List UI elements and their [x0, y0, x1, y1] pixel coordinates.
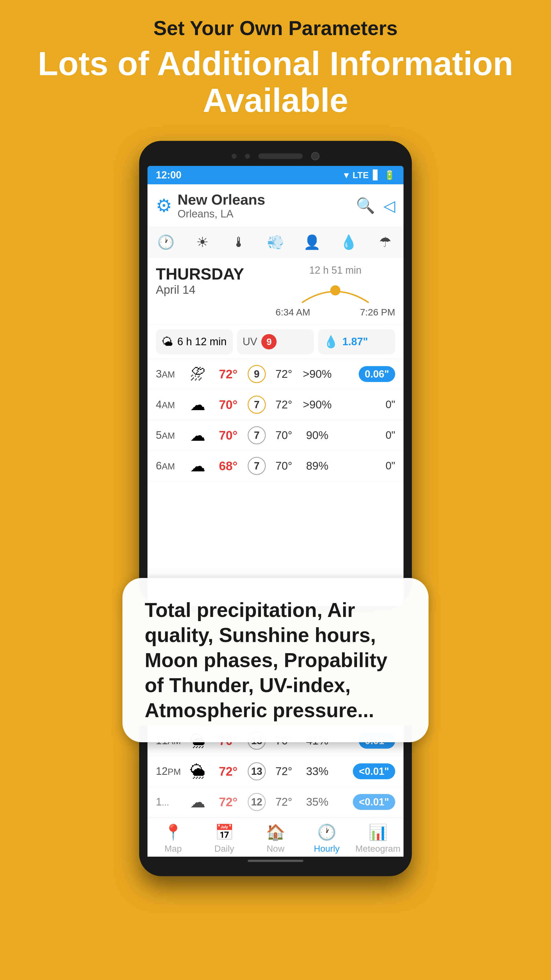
nav-item-hourly[interactable]: 🕐 Hourly [301, 823, 352, 854]
table-row: 5AM ☁ 70° 7 70° 90% 0" [148, 420, 403, 451]
table-row: 6AM ☁ 68° 7 70° 89% 0" [148, 451, 403, 481]
lower-phone: 11AM 🌦 70° 13 70° 41% 0.01" 12PM 🌦 72° 1… [139, 725, 412, 876]
header-section: Set Your Own Parameters Lots of Addition… [0, 0, 551, 130]
tab-clock[interactable]: 🕐 [148, 231, 184, 253]
status-icons: ▾ LTE ▋ 🔋 [344, 170, 395, 180]
sun-arc-section: 12 h 51 min 6:34 AM 7:26 PM [275, 264, 395, 318]
dew-12pm: 72° [272, 765, 296, 778]
phone-bottom-bar [148, 857, 403, 865]
icon-tabs: 🕐 ☀ 🌡 💨 👤 💧 ☂ [148, 227, 403, 258]
weather-icon-5am: ☁ [186, 426, 209, 444]
home-indicator [248, 860, 303, 862]
header-title: Lots of Additional Information Available [28, 45, 523, 119]
dew-1pm: 72° [272, 796, 296, 808]
uv-label: UV [243, 336, 257, 348]
temp-5am: 70° [214, 428, 242, 442]
battery-icon: 🔋 [384, 170, 395, 180]
upper-phone-screen: 12:00 ▾ LTE ▋ 🔋 ⚙ New Orleans Orleans, L… [148, 166, 403, 606]
phone-speaker [258, 153, 303, 159]
sunshine-icon: 🌤 [161, 335, 173, 348]
signal-label: LTE [353, 170, 369, 180]
tab-wind[interactable]: 💨 [257, 231, 294, 253]
map-icon: 📍 [164, 823, 183, 842]
bars-icon: ▋ [373, 170, 380, 180]
location-info: New Orleans Orleans, LA [178, 191, 350, 220]
settings-icon[interactable]: ⚙ [156, 195, 172, 216]
status-bar: 12:00 ▾ LTE ▋ 🔋 [148, 166, 403, 184]
precip-badge-1pm: <0.01" [353, 794, 395, 810]
now-label: Now [267, 843, 284, 854]
table-row: 3AM ⛈ 72° 9 72° >90% 0.06" [148, 359, 403, 390]
meteogram-label: Meteogram [356, 843, 400, 854]
phone-dot-left [232, 154, 237, 159]
sunrise-time: 6:34 AM [275, 307, 310, 318]
status-time: 12:00 [156, 169, 181, 181]
uv-badge: 9 [261, 334, 276, 349]
hour-4am: 4AM [156, 399, 181, 410]
info-bubble-text: Total precipitation, Air quality, Sunshi… [145, 597, 406, 723]
humidity-6am: 89% [302, 460, 333, 472]
search-icon[interactable]: 🔍 [356, 197, 375, 215]
daily-icon: 📅 [215, 823, 234, 842]
header-subtitle: Set Your Own Parameters [28, 17, 523, 40]
table-row: 12PM 🌦 72° 13 72° 33% <0.01" [148, 756, 403, 787]
rain-stat: 💧 1.87" [318, 329, 395, 355]
uv-circle-4am: 7 [248, 396, 266, 414]
table-row: 1... ☁ 72° 12 72° 35% <0.01" [148, 787, 403, 818]
nav-item-daily[interactable]: 📅 Daily [199, 823, 250, 854]
precip-5am: 0" [338, 429, 395, 441]
temp-6am: 68° [214, 459, 242, 473]
app-header: ⚙ New Orleans Orleans, LA 🔍 ◁ [148, 184, 403, 227]
dew-6am: 70° [272, 460, 296, 472]
tab-person[interactable]: 👤 [294, 231, 330, 253]
tab-sun[interactable]: ☀ [184, 231, 221, 253]
precip-3am: 0.06" [338, 368, 395, 380]
uv-circle-12pm: 13 [248, 762, 266, 780]
phone-dot-right [245, 154, 250, 159]
lower-phone-wrapper: 11AM 🌦 70° 13 70° 41% 0.01" 12PM 🌦 72° 1… [0, 725, 551, 876]
humidity-12pm: 33% [302, 765, 333, 778]
day-info: THURSDAY April 14 [156, 264, 275, 296]
temp-12pm: 72° [214, 765, 242, 778]
precip-badge-3am: 0.06" [359, 366, 395, 382]
info-bubble-container: Total precipitation, Air quality, Sunshi… [0, 606, 551, 742]
phone-camera [311, 152, 319, 161]
uv-circle-1pm: 12 [248, 793, 266, 811]
humidity-1pm: 35% [302, 796, 333, 808]
rain-icon: 💧 [324, 335, 338, 348]
precip-6am: 0" [338, 460, 395, 472]
sun-duration: 12 h 51 min [309, 264, 362, 276]
weather-icon-3am: ⛈ [186, 365, 209, 383]
uv-value: 9 [267, 336, 272, 347]
nav-item-map[interactable]: 📍 Map [148, 823, 199, 854]
nav-item-now[interactable]: 🏠 Now [250, 823, 301, 854]
temp-1pm: 72° [214, 795, 242, 809]
map-label: Map [165, 843, 182, 854]
sunset-time: 7:26 PM [360, 307, 395, 318]
lower-screen: 11AM 🌦 70° 13 70° 41% 0.01" 12PM 🌦 72° 1… [148, 725, 403, 857]
rain-amount: 1.87" [342, 336, 368, 348]
day-name: THURSDAY [156, 264, 275, 283]
bottom-nav: 📍 Map 📅 Daily 🏠 Now 🕐 Hourly 📊 Me [148, 818, 403, 857]
meteogram-icon: 📊 [368, 823, 387, 842]
stats-row: 🌤 6 h 12 min UV 9 💧 1.87" [148, 325, 403, 359]
hour-12pm: 12PM [156, 765, 181, 777]
nav-item-meteogram[interactable]: 📊 Meteogram [352, 823, 403, 854]
table-row: 4AM ☁ 70° 7 72° >90% 0" [148, 390, 403, 420]
tab-drops[interactable]: 💧 [330, 231, 367, 253]
location-icon[interactable]: ◁ [383, 197, 395, 215]
hour-3am: 3AM [156, 368, 181, 380]
dew-4am: 72° [272, 398, 296, 411]
sun-arc-svg [296, 278, 374, 305]
daily-label: Daily [214, 843, 234, 854]
hourly-list-top: 3AM ⛈ 72° 9 72° >90% 0.06" 4AM ☁ 70° 7 [148, 359, 403, 481]
hour-5am: 5AM [156, 429, 181, 441]
svg-point-0 [330, 285, 340, 295]
precip-4am: 0" [338, 399, 395, 410]
humidity-4am: >90% [302, 398, 333, 411]
humidity-5am: 90% [302, 429, 333, 442]
tab-temperature[interactable]: 🌡 [221, 231, 257, 253]
hourly-icon: 🕐 [317, 823, 337, 842]
now-icon: 🏠 [266, 823, 285, 842]
tab-umbrella[interactable]: ☂ [367, 231, 403, 253]
